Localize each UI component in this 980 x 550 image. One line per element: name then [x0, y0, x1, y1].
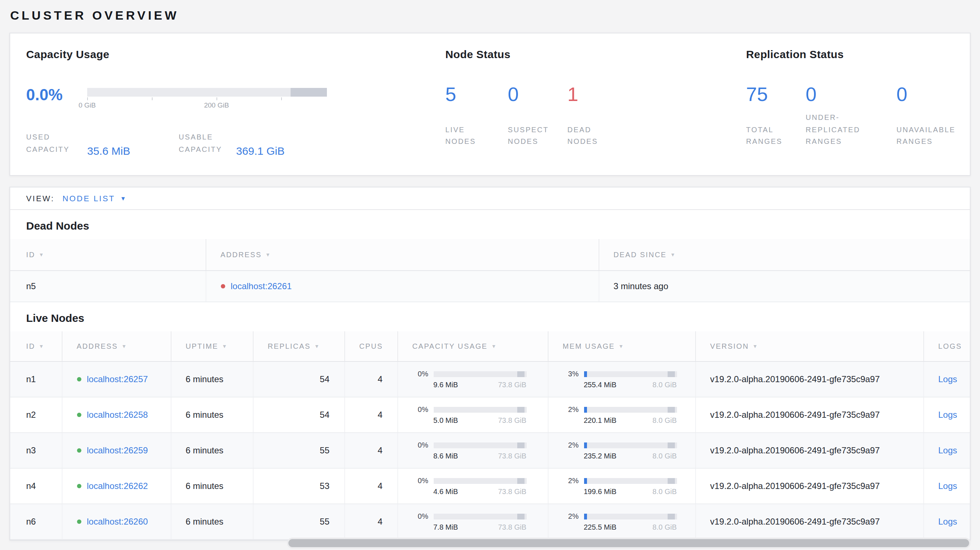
- node-logs-cell: Logs: [923, 361, 970, 397]
- dead-col-address[interactable]: ADDRESS▼: [205, 239, 598, 270]
- mem-total-value: 8.0 GiB: [652, 523, 677, 531]
- logs-link[interactable]: Logs: [938, 481, 957, 491]
- mem-minibar: [584, 371, 677, 377]
- live-col-mem-usage[interactable]: MEM USAGE▼: [548, 331, 695, 361]
- total-ranges-stat: 75 TOTAL RANGES: [746, 84, 806, 148]
- minibar-other-segment: [667, 371, 675, 377]
- node-address-link[interactable]: localhost:26257: [87, 374, 148, 384]
- unavailable-ranges-stat: 0 UNAVAILABLE RANGES: [896, 84, 978, 148]
- live-nodes-stat: 5 LIVE NODES: [445, 84, 508, 148]
- live-col-address[interactable]: ADDRESS▼: [62, 331, 171, 361]
- node-address-link[interactable]: localhost:26262: [87, 481, 148, 491]
- logs-link[interactable]: Logs: [938, 374, 957, 384]
- node-status-title: Node Status: [445, 48, 746, 60]
- node-id-cell: n3: [10, 433, 62, 468]
- used-capacity-stat: USED CAPACITY 35.6 MiB: [26, 132, 179, 156]
- logs-link[interactable]: Logs: [938, 517, 957, 527]
- capacity-percent-label: 0%: [409, 370, 428, 378]
- live-col-logs: LOGS: [923, 331, 970, 361]
- node-address-link[interactable]: localhost:26258: [87, 410, 148, 420]
- sort-desc-icon: ▼: [266, 252, 271, 257]
- node-uptime-cell: 6 minutes: [171, 397, 253, 433]
- mem-total-value: 8.0 GiB: [652, 488, 677, 496]
- total-ranges-count: 75: [746, 84, 806, 106]
- nodes-panel: VIEW: NODE LIST ▼ Dead Nodes ID▼ ADDRESS…: [10, 187, 970, 540]
- axis-tick: [87, 97, 88, 100]
- node-address-cell: localhost:26259: [62, 433, 171, 468]
- page-title: CLUSTER OVERVIEW: [0, 0, 980, 23]
- node-capacity-cell: 0% 9.6 MiB73.8 GiB: [398, 361, 548, 397]
- node-replicas-cell: 53: [253, 468, 344, 504]
- minibar-other-segment: [517, 371, 524, 377]
- node-cpus-cell: 4: [344, 433, 398, 468]
- dead-col-dead-since[interactable]: DEAD SINCE▼: [598, 239, 970, 270]
- minibar-other-segment: [517, 442, 524, 448]
- dead-col-id[interactable]: ID▼: [10, 239, 205, 270]
- mem-percent-label: 2%: [560, 441, 579, 449]
- mem-used-value: 255.4 MiB: [584, 381, 616, 389]
- node-capacity-cell: 0% 5.0 MiB73.8 GiB: [398, 397, 548, 433]
- minibar-used-fill: [584, 442, 587, 448]
- capacity-used-value: 7.8 MiB: [433, 523, 458, 531]
- capacity-usage-bar: 0 GiB 200 GiB: [87, 85, 327, 105]
- node-cpus-cell: 4: [344, 361, 398, 397]
- live-col-version[interactable]: VERSION▼: [695, 331, 923, 361]
- live-status-icon: [76, 520, 81, 524]
- live-node-row: n3 localhost:26259 6 minutes 55 4 0% 8.6…: [10, 433, 970, 468]
- node-address-cell: localhost:26262: [62, 468, 171, 504]
- dead-nodes-title: Dead Nodes: [26, 219, 970, 232]
- node-replicas-cell: 55: [253, 433, 344, 468]
- mem-used-value: 199.6 MiB: [584, 488, 616, 496]
- live-node-row: n6 localhost:26260 6 minutes 55 4 0% 7.8…: [10, 504, 970, 539]
- live-nodes-count: 5: [445, 84, 508, 106]
- node-mem-cell: 2% 199.6 MiB8.0 GiB: [548, 468, 695, 504]
- view-selector-bar: VIEW: NODE LIST ▼: [10, 188, 970, 210]
- under-replicated-count: 0: [806, 84, 896, 106]
- logs-link[interactable]: Logs: [938, 445, 957, 456]
- minibar-used-fill: [584, 478, 587, 483]
- node-replicas-cell: 54: [253, 397, 344, 433]
- live-col-id[interactable]: ID▼: [10, 331, 62, 361]
- used-capacity-label: USED CAPACITY: [26, 132, 87, 156]
- node-mem-cell: 3% 255.4 MiB8.0 GiB: [548, 361, 695, 397]
- mem-minibar: [584, 478, 677, 483]
- node-capacity-cell: 0% 4.6 MiB73.8 GiB: [398, 468, 548, 504]
- node-id-cell: n4: [10, 468, 62, 504]
- node-uptime-cell: 6 minutes: [171, 361, 253, 397]
- capacity-used-value: 9.6 MiB: [433, 381, 458, 389]
- dead-nodes-table: ID▼ ADDRESS▼ DEAD SINCE▼ n5 localhost:26…: [10, 239, 970, 302]
- node-address-link[interactable]: localhost:26261: [231, 281, 292, 291]
- live-col-replicas[interactable]: REPLICAS▼: [253, 331, 344, 361]
- node-id-cell: n2: [10, 397, 62, 433]
- live-col-uptime[interactable]: UPTIME▼: [171, 331, 253, 361]
- node-version-cell: v19.2.0-alpha.20190606-2491-gfe735c9a97: [695, 504, 923, 539]
- capacity-used-value: 8.6 MiB: [433, 452, 458, 460]
- view-dropdown[interactable]: NODE LIST ▼: [62, 194, 126, 203]
- capacity-total-value: 73.8 GiB: [498, 381, 526, 389]
- logs-link[interactable]: Logs: [938, 410, 957, 420]
- node-capacity-cell: 0% 7.8 MiB73.8 GiB: [398, 504, 548, 539]
- node-address-link[interactable]: localhost:26259: [87, 445, 148, 456]
- capacity-percent-label: 0%: [409, 405, 428, 413]
- node-mem-cell: 2% 220.1 MiB8.0 GiB: [548, 397, 695, 433]
- node-status-section: Node Status 5 LIVE NODES 0 SUSPECT NODES…: [445, 48, 746, 175]
- dead-status-icon: [221, 284, 225, 288]
- node-logs-cell: Logs: [923, 433, 970, 468]
- live-status-icon: [76, 413, 81, 417]
- mem-total-value: 8.0 GiB: [652, 452, 677, 460]
- node-capacity-cell: 0% 8.6 MiB73.8 GiB: [398, 433, 548, 468]
- live-node-row: n1 localhost:26257 6 minutes 54 4 0% 9.6…: [10, 361, 970, 397]
- capacity-minibar: [433, 407, 526, 412]
- node-address-cell: localhost:26260: [62, 504, 171, 539]
- live-col-capacity-usage[interactable]: CAPACITY USAGE▼: [398, 331, 548, 361]
- under-replicated-stat: 0 UNDER- REPLICATED RANGES: [806, 84, 896, 148]
- live-table-header-row: ID▼ ADDRESS▼ UPTIME▼ REPLICAS▼ CPUS CAPA…: [10, 331, 970, 361]
- node-mem-cell: 2% 235.2 MiB8.0 GiB: [548, 433, 695, 468]
- capacity-bar-track: [87, 88, 327, 97]
- unavailable-ranges-label: UNAVAILABLE RANGES: [896, 110, 978, 148]
- axis-tick: [152, 97, 153, 100]
- horizontal-scrollbar[interactable]: [287, 538, 970, 548]
- node-address-link[interactable]: localhost:26260: [87, 517, 148, 527]
- capacity-total-value: 73.8 GiB: [498, 488, 526, 496]
- sort-desc-icon: ▼: [314, 344, 320, 349]
